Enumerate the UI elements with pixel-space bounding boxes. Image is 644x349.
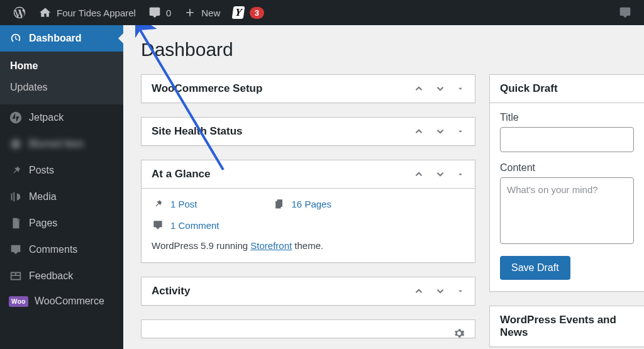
- postbox-events: WordPress Events and News: [489, 306, 644, 347]
- postbox-at-a-glance: At a Glance 1 Post: [141, 160, 475, 263]
- postbox-title-health: Site Health Status: [152, 125, 413, 138]
- save-draft-button[interactable]: Save Draft: [500, 256, 570, 280]
- chevron-down-icon[interactable]: [435, 285, 446, 297]
- jetpack-icon: [9, 111, 23, 125]
- caret-down-icon[interactable]: [456, 127, 465, 136]
- postbox-activity: Activity: [141, 277, 475, 306]
- title-input[interactable]: [500, 127, 634, 152]
- postbox-title-glance: At a Glance: [152, 168, 413, 180]
- chevron-down-icon[interactable]: [435, 169, 446, 180]
- glance-posts-text: 1 Post: [170, 199, 197, 209]
- comments-icon: [9, 243, 23, 257]
- menu-blurred[interactable]: Blurred Item: [0, 131, 123, 157]
- comment-icon: [148, 6, 161, 19]
- menu-posts-label: Posts: [29, 165, 54, 176]
- glance-comments[interactable]: 1 Comment: [152, 219, 219, 231]
- postbox-woocommerce-setup: WooCommerce Setup: [141, 74, 475, 103]
- glance-version: WordPress 5.9 running Storefront theme.: [152, 240, 465, 251]
- admin-sidebar: Dashboard Home Updates Jetpack Blurred I…: [0, 25, 123, 349]
- chevron-up-icon[interactable]: [413, 126, 425, 137]
- postbox-site-health: Site Health Status: [141, 117, 475, 146]
- caret-down-icon[interactable]: [456, 84, 465, 93]
- home-icon: [39, 6, 52, 19]
- chevron-up-icon[interactable]: [413, 169, 425, 180]
- pages-icon: [9, 216, 23, 230]
- gear-icon[interactable]: [453, 328, 465, 338]
- blurred-icon: [9, 137, 23, 151]
- svg-point-1: [11, 140, 21, 149]
- menu-comments[interactable]: Comments: [0, 236, 123, 263]
- menu-feedback-label: Feedback: [29, 270, 73, 282]
- pin-icon: [9, 163, 23, 177]
- postbox-extra: [141, 319, 475, 338]
- adminbar-right-chat[interactable]: [613, 0, 638, 25]
- comments-count: 0: [166, 8, 171, 18]
- new-content-menu[interactable]: New: [177, 0, 226, 25]
- woocommerce-icon: Woo: [9, 296, 28, 307]
- chevron-up-icon[interactable]: [413, 285, 425, 297]
- quick-draft-title: Quick Draft: [500, 82, 634, 95]
- menu-posts[interactable]: Posts: [0, 157, 123, 184]
- glance-pages-text: 16 Pages: [292, 199, 331, 209]
- content-textarea[interactable]: [500, 177, 634, 244]
- menu-media[interactable]: Media: [0, 184, 123, 210]
- wordpress-icon: [13, 6, 26, 19]
- content-label: Content: [500, 162, 634, 174]
- menu-media-label: Media: [29, 191, 57, 202]
- submenu-updates[interactable]: Updates: [0, 77, 123, 98]
- chat-icon: [619, 6, 631, 19]
- yoast-icon: Y: [232, 6, 245, 19]
- postbox-title-woo: WooCommerce Setup: [152, 82, 413, 95]
- content-area: Dashboard WooCommerce Setup: [123, 25, 644, 349]
- title-label: Title: [500, 112, 634, 123]
- menu-pages[interactable]: Pages: [0, 210, 123, 236]
- chevron-down-icon[interactable]: [435, 83, 446, 94]
- menu-dashboard-label: Dashboard: [29, 33, 82, 44]
- caret-down-icon[interactable]: [456, 287, 465, 296]
- submenu-dashboard: Home Updates: [0, 52, 123, 104]
- yoast-notification-badge: 3: [250, 7, 264, 19]
- wordpress-logo-menu[interactable]: [6, 0, 33, 25]
- menu-woocommerce-label: WooCommerce: [35, 296, 104, 307]
- new-label: New: [201, 8, 220, 18]
- yoast-menu[interactable]: Y 3: [226, 0, 270, 25]
- pin-icon: [152, 197, 164, 210]
- events-title: WordPress Events and News: [500, 314, 634, 339]
- site-name: Four Tides Apparel: [57, 8, 136, 18]
- submenu-home[interactable]: Home: [0, 55, 123, 77]
- caret-up-icon[interactable]: [456, 170, 465, 179]
- admin-bar: Four Tides Apparel 0 New Y 3: [0, 0, 644, 25]
- menu-feedback[interactable]: Feedback: [0, 263, 123, 289]
- dashboard-icon: [9, 31, 23, 45]
- menu-blurred-label: Blurred Item: [29, 138, 84, 150]
- glance-comments-text: 1 Comment: [170, 220, 219, 231]
- menu-jetpack[interactable]: Jetpack: [0, 104, 123, 131]
- menu-pages-label: Pages: [29, 218, 57, 229]
- comment-icon: [152, 219, 164, 231]
- glance-pages[interactable]: 16 Pages: [273, 197, 331, 210]
- page-title: Dashboard: [141, 39, 644, 60]
- comments-menu[interactable]: 0: [142, 0, 177, 25]
- menu-comments-label: Comments: [29, 244, 77, 255]
- menu-jetpack-label: Jetpack: [29, 112, 64, 123]
- svg-point-0: [10, 112, 21, 123]
- pages-icon: [273, 197, 286, 210]
- plus-icon: [184, 6, 196, 19]
- menu-dashboard[interactable]: Dashboard: [0, 25, 123, 52]
- postbox-title-activity: Activity: [152, 285, 413, 297]
- chevron-up-icon[interactable]: [413, 83, 425, 94]
- chevron-down-icon[interactable]: [435, 126, 446, 137]
- postbox-quick-draft: Quick Draft Title Content Save Draft: [489, 74, 644, 292]
- site-name-menu[interactable]: Four Tides Apparel: [33, 0, 142, 25]
- glance-posts[interactable]: 1 Post: [152, 197, 197, 210]
- menu-woocommerce[interactable]: Woo WooCommerce: [0, 289, 123, 313]
- theme-link[interactable]: Storefront: [250, 240, 292, 251]
- media-icon: [9, 190, 23, 204]
- feedback-icon: [9, 269, 23, 283]
